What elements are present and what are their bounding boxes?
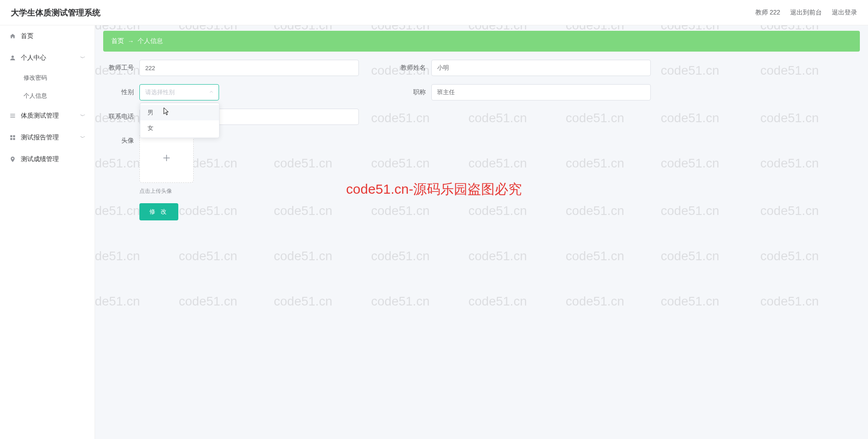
sidebar-subitem-personal-info[interactable]: 个人信息 [0,87,95,105]
main-content: 首页 → 个人信息 教师工号 教师姓名 性别 请选择性别 [95,25,868,439]
avatar-label: 头像 [103,133,139,145]
logout-link[interactable]: 退出登录 [832,9,857,17]
app-header: 大学生体质测试管理系统 教师 222 退出到前台 退出登录 [0,0,868,25]
grid-icon [9,134,16,141]
user-icon [9,54,16,62]
teacher-name-label: 教师姓名 [395,64,431,72]
gender-label: 性别 [103,88,139,96]
sidebar-subitem-change-password[interactable]: 修改密码 [0,69,95,87]
sidebar-item-test-report[interactable]: 测试报告管理 ﹀ [0,127,95,148]
teacher-name-input[interactable] [431,60,651,76]
sidebar-item-home[interactable]: 首页 [0,25,95,47]
chevron-down-icon: ﹀ [80,112,86,120]
sidebar-item-label: 个人中心 [21,54,46,62]
breadcrumb-current: 个人信息 [138,37,163,45]
chevron-down-icon: ﹀ [80,54,86,62]
header-right: 教师 222 退出到前台 退出登录 [755,9,857,17]
exit-frontend-link[interactable]: 退出到前台 [790,9,822,17]
chevron-up-icon [209,89,214,96]
plus-icon [161,153,172,163]
breadcrumb-arrow: → [128,38,134,45]
gender-option-male[interactable]: 男 [140,105,219,120]
sidebar-item-fitness-test[interactable]: 体质测试管理 ﹀ [0,105,95,127]
breadcrumb: 首页 → 个人信息 [103,31,860,52]
user-role-link[interactable]: 教师 222 [755,9,780,17]
app-title: 大学生体质测试管理系统 [11,7,100,18]
breadcrumb-home[interactable]: 首页 [111,37,124,45]
sidebar-item-test-score[interactable]: 测试成绩管理 [0,148,95,170]
chevron-down-icon: ﹀ [80,134,86,142]
teacher-id-label: 教师工号 [103,64,139,72]
submit-button[interactable]: 修 改 [139,203,178,220]
title-label: 职称 [395,88,431,96]
gender-dropdown: 男 女 [140,103,219,138]
sidebar-item-label: 测试报告管理 [21,134,59,142]
list-icon [9,112,16,119]
sidebar-item-personal-center[interactable]: 个人中心 ﹀ [0,47,95,69]
personal-info-form: 教师工号 教师姓名 性别 请选择性别 男 女 [103,60,860,220]
avatar-upload[interactable] [139,133,194,183]
upload-hint: 点击上传头像 [139,187,194,195]
home-icon [9,33,16,40]
sidebar: 首页 个人中心 ﹀ 修改密码 个人信息 体质测试管理 ﹀ 测试报告管理 ﹀ 测试… [0,25,95,439]
gender-option-female[interactable]: 女 [140,120,219,136]
phone-label: 联系电话 [103,113,139,121]
teacher-id-input[interactable] [139,60,359,76]
sidebar-item-label: 测试成绩管理 [21,155,59,163]
sidebar-item-label: 首页 [21,32,33,40]
title-input[interactable] [431,84,651,100]
sidebar-item-label: 体质测试管理 [21,112,59,120]
marker-icon [9,156,16,163]
gender-select[interactable]: 请选择性别 男 女 [139,84,219,100]
gender-placeholder: 请选择性别 [145,88,175,96]
